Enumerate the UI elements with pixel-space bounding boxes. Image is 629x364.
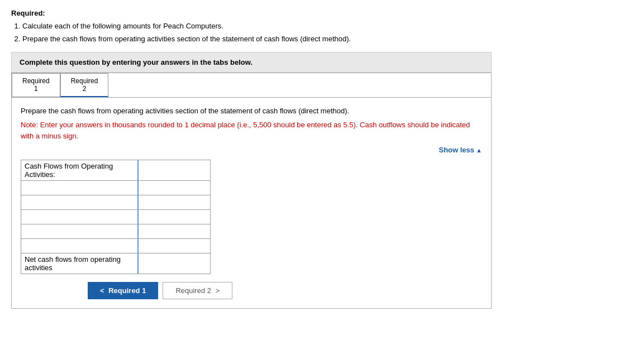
table-header-label: Cash Flows from OperatingActivities: [21, 160, 138, 181]
instruction-1: Calculate each of the following amounts … [22, 21, 618, 32]
row-5-input[interactable] [139, 239, 210, 253]
row-4-label [21, 224, 138, 239]
tab-required-1[interactable]: Required 1 [12, 73, 60, 97]
nav-buttons: < Required 1 Required 2 > [21, 282, 482, 299]
prev-button[interactable]: < Required 1 [88, 282, 158, 299]
table-row [21, 224, 211, 239]
table-header-input-cell [138, 160, 211, 181]
tab-2-label: Required [71, 77, 98, 85]
tab-1-num: 1 [22, 85, 50, 93]
table-header-row: Cash Flows from OperatingActivities: [21, 160, 211, 181]
row-1-input[interactable] [139, 181, 210, 195]
prev-icon: < [100, 286, 104, 295]
note-text: Note: Enter your answers in thousands ro… [21, 119, 482, 141]
tabs-container: Required 1 Required 2 [11, 73, 492, 97]
tab-required-2[interactable]: Required 2 [60, 73, 109, 97]
tab-1-label: Required [22, 77, 50, 85]
table-row [21, 210, 211, 224]
cash-flow-table: Cash Flows from OperatingActivities: [21, 160, 211, 274]
instructions-list: Calculate each of the following amounts … [11, 21, 618, 45]
description-text: Prepare the cash flows from operating ac… [21, 106, 482, 117]
prev-label: Required 1 [108, 286, 146, 295]
row-5-input-cell[interactable] [138, 239, 211, 253]
row-3-input[interactable] [139, 210, 210, 224]
row-1-label [21, 181, 138, 195]
instruction-2: Prepare the cash flows from operating ac… [22, 33, 618, 45]
row-2-input[interactable] [139, 195, 210, 209]
next-icon: > [216, 286, 220, 295]
table-row [21, 195, 211, 210]
next-label: Required 2 [175, 286, 211, 295]
net-cash-flow-label: Net cash flows from operatingactivities [21, 253, 138, 274]
row-3-label [21, 210, 138, 224]
row-5-label [21, 239, 138, 253]
net-cash-flow-input-cell[interactable] [138, 253, 211, 274]
show-less-button[interactable]: Show less ▲ [21, 146, 482, 154]
content-area: Prepare the cash flows from operating ac… [11, 97, 492, 309]
tab-2-num: 2 [71, 85, 98, 93]
row-3-input-cell[interactable] [138, 210, 211, 224]
show-less-label: Show less [439, 146, 474, 154]
row-4-input-cell[interactable] [138, 224, 211, 239]
complete-box: Complete this question by entering your … [11, 52, 492, 73]
row-2-label [21, 195, 138, 210]
table-row [21, 181, 211, 195]
table-row [21, 239, 211, 253]
row-2-input-cell[interactable] [138, 195, 211, 210]
net-cash-flow-input[interactable] [139, 253, 210, 274]
net-cash-flow-row: Net cash flows from operatingactivities [21, 253, 211, 274]
row-4-input[interactable] [139, 224, 210, 238]
show-less-arrow-icon: ▲ [474, 147, 482, 154]
required-header: Required: [11, 9, 618, 17]
row-1-input-cell[interactable] [138, 181, 211, 195]
next-button[interactable]: Required 2 > [163, 282, 232, 299]
